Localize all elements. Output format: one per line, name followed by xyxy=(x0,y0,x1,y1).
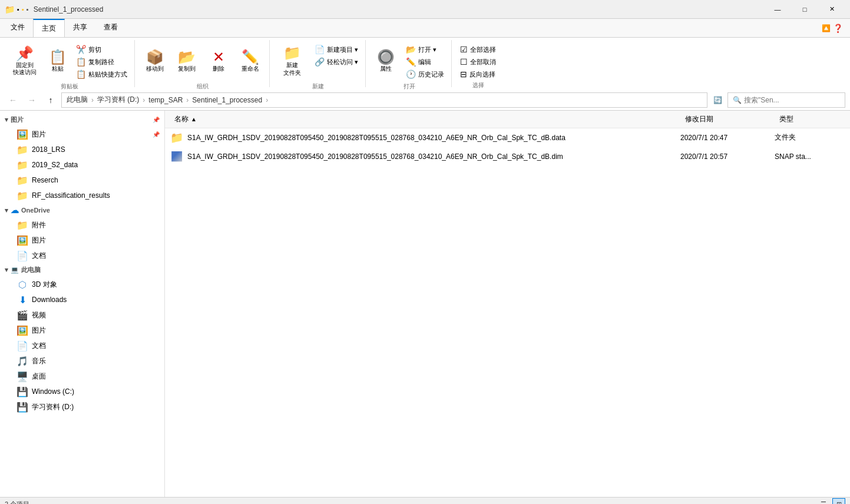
rename-button[interactable]: ✏️ 重命名 xyxy=(235,41,266,81)
search-input[interactable] xyxy=(744,96,826,104)
sidebar-item-2019s2[interactable]: 📁 2019_S2_data xyxy=(0,157,164,173)
sidebar-item-2018lrs[interactable]: 📁 2018_LRS xyxy=(0,142,164,157)
cut-icon: ✂️ xyxy=(76,45,86,54)
chevron-down-icon-pc: ▾ xyxy=(5,266,8,274)
ribbon-tabs: 文件 主页 共享 查看 🔼 ❓ xyxy=(0,19,850,38)
main-area: ▾ 图片 📌 🖼️ 图片 📌 📁 2018_LRS 📁 2019_S2_data… xyxy=(0,111,850,497)
rfclass-icon: 📁 xyxy=(16,190,28,201)
history-icon: 🕐 xyxy=(406,69,416,79)
thispc-icon: 💻 xyxy=(11,266,19,274)
quick-access-header[interactable]: ▾ 图片 📌 xyxy=(0,113,164,127)
onedrive-label: OneDrive xyxy=(21,207,50,214)
open-icon: 📂 xyxy=(406,45,416,54)
properties-button[interactable]: 🔘 属性 xyxy=(371,41,401,81)
copy-paste-group: 📋 粘贴 xyxy=(44,41,71,81)
address-crumb-tempsar: temp_SAR xyxy=(148,96,183,104)
address-bar[interactable]: 此电脑 › 学习资料 (D:) › temp_SAR › Sentinel_1_… xyxy=(61,92,707,108)
invert-selection-button[interactable]: ⊟ 反向选择 xyxy=(457,68,500,80)
edit-icon: ✏️ xyxy=(406,57,416,67)
file-name-1: S1A_IW_GRDH_1SDV_20190828T095450_2019082… xyxy=(187,134,680,142)
col-header-type[interactable]: 类型 xyxy=(775,112,845,127)
sidebar-item-3dobj-label: 3D 对象 xyxy=(32,280,57,290)
newitem-icon: 📄 xyxy=(315,45,325,54)
tab-view[interactable]: 查看 xyxy=(95,19,126,37)
invertsel-icon: ⊟ xyxy=(460,69,467,79)
docs-pc-icon: 📄 xyxy=(16,340,28,352)
table-row[interactable]: 📁 S1A_IW_GRDH_1SDV_20190828T095450_20190… xyxy=(165,128,850,147)
table-row[interactable]: 📊 S1A_IW_GRDH_1SDV_20190828T095450_20190… xyxy=(165,147,850,166)
quick-access-label: 图片 xyxy=(11,115,24,124)
onedrive-header[interactable]: ▾ ☁ OneDrive xyxy=(0,203,164,217)
close-button[interactable]: ✕ xyxy=(818,0,845,19)
paste-button[interactable]: 📋 粘贴 xyxy=(44,41,71,81)
history-button[interactable]: 🕐 历史记录 xyxy=(402,68,448,80)
file-snap-icon: 📊 xyxy=(170,151,184,162)
maximize-button[interactable]: □ xyxy=(791,0,818,19)
details-view-button[interactable]: ☰ xyxy=(817,498,830,505)
sidebar-item-rfclass-label: RF_classification_results xyxy=(32,191,110,200)
sidebar-item-downloads[interactable]: ⬇ Downloads xyxy=(0,292,164,307)
search-bar[interactable]: 🔍 xyxy=(727,92,845,108)
sidebar-item-desktop-label: 桌面 xyxy=(32,372,46,382)
delete-button[interactable]: ✕ 删除 xyxy=(203,41,234,81)
sidebar-item-pictures-qa[interactable]: 🖼️ 图片 📌 xyxy=(0,127,164,142)
pin-icon: 📌 xyxy=(153,117,160,123)
file-type-2: SNAP sta... xyxy=(775,152,845,161)
properties-icon: 🔘 xyxy=(377,50,395,64)
file-folder-icon: 📁 xyxy=(170,131,184,144)
forward-button[interactable]: → xyxy=(24,92,40,108)
minimize-button[interactable]: — xyxy=(764,0,791,19)
select-none-button[interactable]: ☐ 全部取消 xyxy=(457,56,500,68)
paste-icon: 📋 xyxy=(49,50,67,64)
new-folder-button[interactable]: 📁 新建文件夹 xyxy=(274,41,310,81)
tab-home[interactable]: 主页 xyxy=(33,19,65,37)
sidebar-item-music[interactable]: 🎵 音乐 xyxy=(0,353,164,369)
sidebar-item-videos[interactable]: 🎬 视频 xyxy=(0,307,164,323)
tab-share[interactable]: 共享 xyxy=(65,19,95,37)
moveto-button[interactable]: 📦 移动到 xyxy=(140,41,170,81)
ribbon-open-content: 🔘 属性 📂 打开 ▾ ✏️ 编辑 🕐 历史记录 xyxy=(371,41,448,81)
open-button[interactable]: 📂 打开 ▾ xyxy=(402,44,448,55)
sidebar-item-desktop[interactable]: 🖥️ 桌面 xyxy=(0,369,164,384)
thispc-header[interactable]: ▾ 💻 此电脑 xyxy=(0,263,164,277)
ribbon-organize-content: 📦 移动到 📂 复制到 ✕ 删除 ✏️ 重命名 xyxy=(140,41,266,81)
cut-button[interactable]: ✂️ 剪切 xyxy=(72,44,131,55)
sidebar-item-reserch[interactable]: 📁 Reserch xyxy=(0,173,164,188)
sidebar-item-cdrive[interactable]: 💾 Windows (C:) xyxy=(0,384,164,399)
ribbon-group-open: 🔘 属性 📂 打开 ▾ ✏️ 编辑 🕐 历史记录 打开 xyxy=(367,40,452,87)
content-area: 名称 ▲ 修改日期 类型 📁 S1A_IW_GRDH_1SDV_20190828… xyxy=(165,111,850,497)
3dobj-icon: ⬡ xyxy=(16,279,28,290)
select-all-button[interactable]: ☑ 全部选择 xyxy=(457,44,500,55)
sidebar-item-od-docs[interactable]: 📄 文档 xyxy=(0,248,164,263)
col-header-date[interactable]: 修改日期 xyxy=(680,112,775,127)
item-count: 2 个项目 xyxy=(5,500,29,504)
new-item-button[interactable]: 📄 新建项目 ▾ xyxy=(311,44,362,55)
list-view-button[interactable]: ⊞ xyxy=(832,498,845,505)
up-button[interactable]: ↑ xyxy=(42,92,59,108)
sidebar-item-attachments[interactable]: 📁 附件 xyxy=(0,217,164,233)
ribbon-collapse-icon[interactable]: 🔼 xyxy=(822,24,831,32)
sidebar-item-pictures-pc[interactable]: 🖼️ 图片 xyxy=(0,323,164,338)
help-icon[interactable]: ❓ xyxy=(833,24,843,33)
col-header-name[interactable]: 名称 ▲ xyxy=(170,112,680,127)
music-icon: 🎵 xyxy=(16,356,28,367)
column-headers: 名称 ▲ 修改日期 类型 xyxy=(165,111,850,128)
sidebar-item-3dobj[interactable]: ⬡ 3D 对象 xyxy=(0,277,164,292)
back-button[interactable]: ← xyxy=(5,92,21,108)
address-crumb-pc: 此电脑 xyxy=(67,95,88,105)
pin-to-quickaccess-button[interactable]: 📌 固定到快速访问 xyxy=(8,41,41,81)
sidebar-item-ddrive[interactable]: 💾 学习资料 (D:) xyxy=(0,399,164,415)
copy-path-button[interactable]: 📋 复制路径 xyxy=(72,56,131,68)
refresh-button[interactable]: 🔄 xyxy=(710,92,725,108)
chevron-down-icon: ▾ xyxy=(5,116,8,124)
sidebar-item-docs-pc[interactable]: 📄 文档 xyxy=(0,338,164,353)
tab-file[interactable]: 文件 xyxy=(2,19,33,37)
easy-access-button[interactable]: 🔗 轻松访问 ▾ xyxy=(311,56,362,68)
sidebar-item-od-pictures[interactable]: 🖼️ 图片 xyxy=(0,233,164,248)
edit-button[interactable]: ✏️ 编辑 xyxy=(402,56,448,68)
paste-shortcut-button[interactable]: 📋 粘贴快捷方式 xyxy=(72,68,131,80)
copyto-icon: 📂 xyxy=(178,50,196,64)
sidebar-item-rfclass[interactable]: 📁 RF_classification_results xyxy=(0,188,164,203)
copyto-button[interactable]: 📂 复制到 xyxy=(171,41,202,81)
address-area: ← → ↑ 此电脑 › 学习资料 (D:) › temp_SAR › Senti… xyxy=(0,89,850,111)
